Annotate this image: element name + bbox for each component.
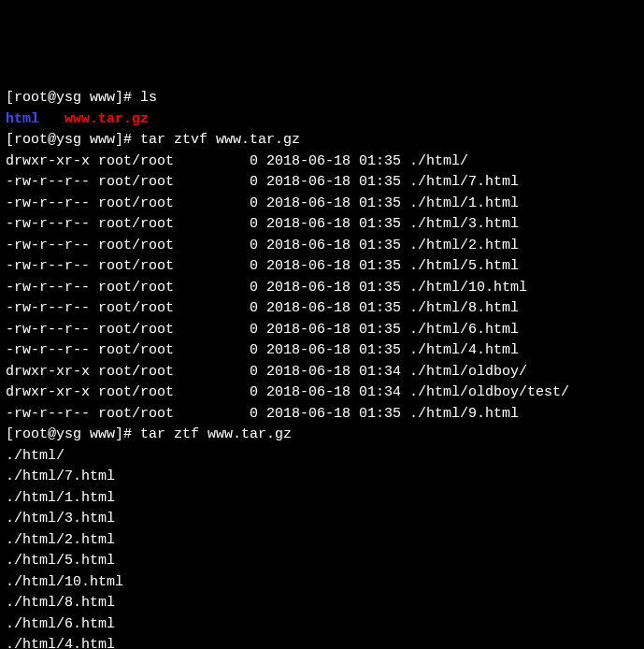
ztf-output-line: ./html/2.html bbox=[6, 530, 638, 552]
ztvf-output-line: drwxr-xr-x root/root 0 2018-06-18 01:35 … bbox=[6, 151, 638, 173]
terminal[interactable]: [root@ysg www]# lshtml www.tar.gz[root@y… bbox=[6, 88, 638, 649]
prompt-close: ]# bbox=[115, 132, 140, 148]
ztf-output-line: ./html/1.html bbox=[6, 488, 638, 510]
ztf-output-line: ./html/7.html bbox=[6, 467, 638, 488]
ztvf-output-line: -rw-r--r-- root/root 0 2018-06-18 01:35 … bbox=[6, 172, 638, 194]
prompt-close: ]# bbox=[115, 426, 140, 442]
ztvf-output-line: -rw-r--r-- root/root 0 2018-06-18 01:35 … bbox=[6, 298, 638, 320]
ztf-output-line: ./html/4.html bbox=[6, 635, 638, 649]
prompt-open: [ bbox=[6, 90, 14, 106]
ztvf-output-line: -rw-r--r-- root/root 0 2018-06-18 01:35 … bbox=[6, 278, 638, 299]
prompt-userhost: root@ysg www bbox=[14, 90, 115, 106]
command-tar-ztvf: tar ztvf www.tar.gz bbox=[140, 132, 300, 148]
ztvf-output-line: -rw-r--r-- root/root 0 2018-06-18 01:35 … bbox=[6, 236, 638, 257]
prompt-userhost: root@ysg www bbox=[14, 132, 115, 148]
ztf-output-line: ./html/3.html bbox=[6, 509, 638, 530]
prompt-close: ]# bbox=[115, 90, 140, 106]
prompt-line-2: [root@ysg www]# tar ztvf www.tar.gz bbox=[6, 130, 638, 151]
prompt-open: [ bbox=[6, 426, 14, 442]
prompt-open: [ bbox=[6, 132, 14, 148]
ls-spacer bbox=[39, 111, 64, 127]
command-tar-ztf: tar ztf www.tar.gz bbox=[140, 426, 292, 442]
ztvf-output-line: -rw-r--r-- root/root 0 2018-06-18 01:35 … bbox=[6, 404, 638, 425]
ztvf-output-line: drwxr-xr-x root/root 0 2018-06-18 01:34 … bbox=[6, 362, 638, 383]
ztf-output-line: ./html/ bbox=[6, 446, 638, 468]
ztf-output-line: ./html/5.html bbox=[6, 551, 638, 572]
ztvf-output-line: -rw-r--r-- root/root 0 2018-06-18 01:35 … bbox=[6, 320, 638, 341]
command-ls: ls bbox=[140, 90, 157, 106]
ztf-output-line: ./html/6.html bbox=[6, 614, 638, 636]
ls-output-line: html www.tar.gz bbox=[6, 109, 638, 131]
prompt-line-3: [root@ysg www]# tar ztf www.tar.gz bbox=[6, 425, 638, 446]
ls-dir: html bbox=[6, 111, 39, 127]
ztvf-output-line: -rw-r--r-- root/root 0 2018-06-18 01:35 … bbox=[6, 340, 638, 362]
ztvf-output-line: -rw-r--r-- root/root 0 2018-06-18 01:35 … bbox=[6, 194, 638, 215]
ztvf-output-line: -rw-r--r-- root/root 0 2018-06-18 01:35 … bbox=[6, 256, 638, 278]
prompt-userhost: root@ysg www bbox=[14, 426, 115, 442]
ztvf-output-line: drwxr-xr-x root/root 0 2018-06-18 01:34 … bbox=[6, 382, 638, 404]
ztf-output-line: ./html/10.html bbox=[6, 572, 638, 594]
ztvf-output-line: -rw-r--r-- root/root 0 2018-06-18 01:35 … bbox=[6, 214, 638, 236]
prompt-line-1: [root@ysg www]# ls bbox=[6, 88, 638, 109]
ztf-output-line: ./html/8.html bbox=[6, 593, 638, 614]
ls-archive: www.tar.gz bbox=[64, 111, 149, 127]
